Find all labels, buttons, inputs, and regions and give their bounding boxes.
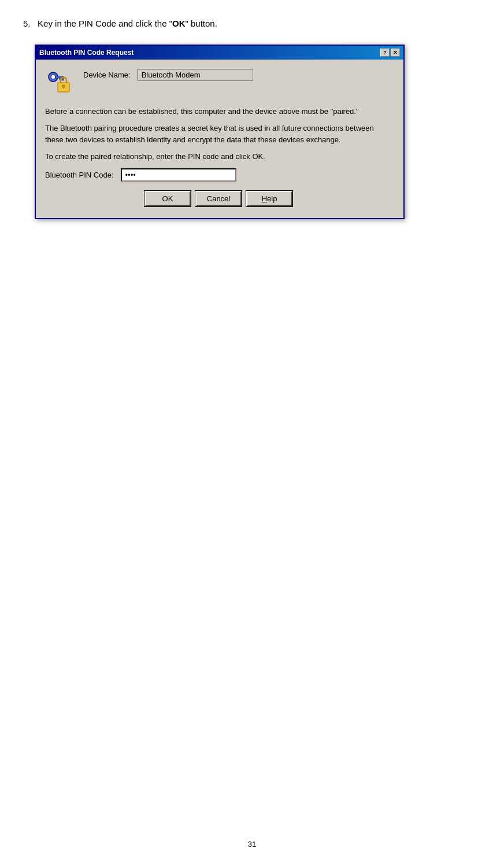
help-underline-h: Help [262,194,277,203]
description-text-2: The Bluetooth pairing procedure creates … [45,123,392,145]
device-name-value: Bluetooth Modem [138,69,253,81]
cancel-button[interactable]: Cancel [195,191,242,206]
step-number: 5. [23,19,31,28]
pin-code-row: Bluetooth PIN Code: [45,168,392,182]
dialog-container: Bluetooth PIN Code Request ? ✕ [35,45,481,219]
device-name-row: Device Name: Bluetooth Modem [83,69,392,81]
dialog-buttons: OK Cancel Help [45,191,392,209]
page-number: 31 [248,840,256,848]
pin-code-label: Bluetooth PIN Code: [45,171,114,179]
device-name-label: Device Name: [83,71,131,79]
ok-bold: OK [172,19,186,28]
bluetooth-pin-dialog: Bluetooth PIN Code Request ? ✕ [35,45,405,219]
svg-rect-7 [63,86,64,88]
dialog-body: Device Name: Bluetooth Modem Before a co… [36,60,403,218]
dialog-top-row: Device Name: Bluetooth Modem [45,69,392,98]
close-titlebar-button[interactable]: ✕ [391,49,400,57]
instruction-before: Key in the PIN Code and click the " [38,19,172,28]
instruction-text: 5. Key in the PIN Code and click the "OK… [23,17,481,31]
svg-point-1 [51,75,55,79]
titlebar-buttons: ? ✕ [380,49,400,57]
dialog-title: Bluetooth PIN Code Request [39,49,134,57]
description-text-3: To create the paired relationship, enter… [45,151,392,163]
pin-code-input[interactable] [121,168,236,182]
instruction-after: " button. [185,19,217,28]
ok-button[interactable]: OK [144,191,191,206]
description-section: Before a connection can be established, … [45,106,392,163]
help-button[interactable]: Help [246,191,292,206]
dialog-titlebar: Bluetooth PIN Code Request ? ✕ [36,46,403,60]
lock-icon [45,69,74,98]
description-text-1: Before a connection can be established, … [45,106,392,117]
help-titlebar-button[interactable]: ? [380,49,390,57]
